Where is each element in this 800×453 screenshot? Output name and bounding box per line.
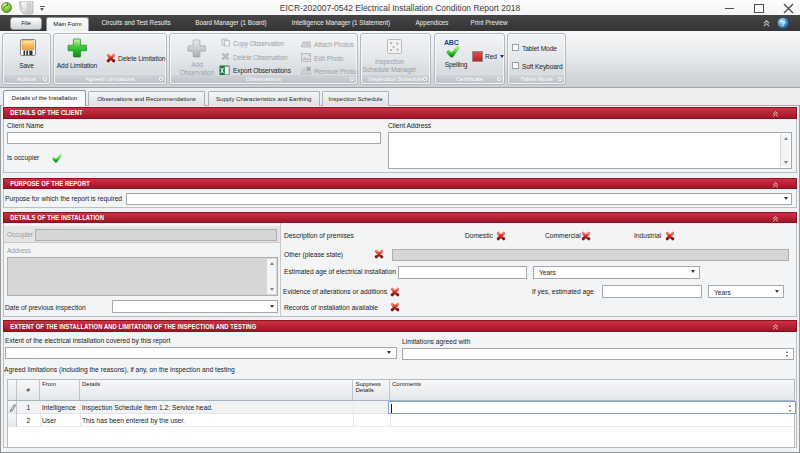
svg-text:?: ?	[781, 19, 786, 28]
